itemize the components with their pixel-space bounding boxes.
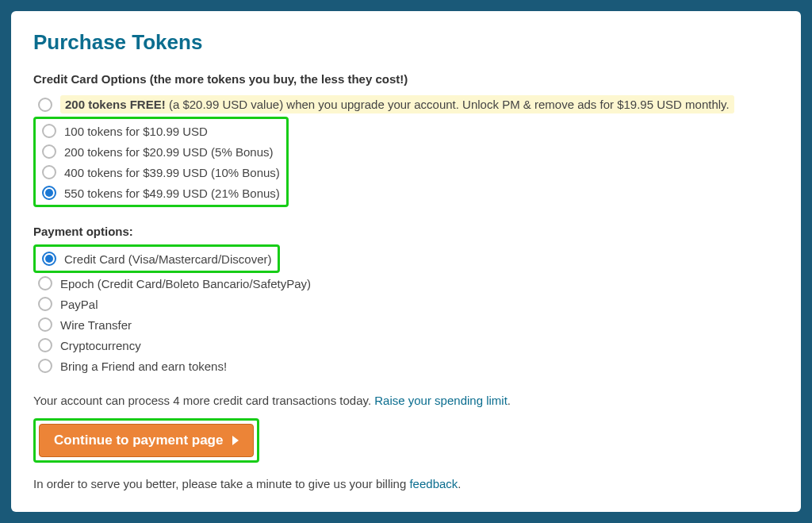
payment-option-label: Bring a Friend and earn tokens! [60,360,227,373]
raise-limit-link[interactable]: Raise your spending limit [374,394,508,407]
page-title: Purchase Tokens [33,30,779,55]
payment-option-creditcard[interactable]: Credit Card (Visa/Mastercard/Discover) [37,248,276,269]
payment-options-group: Credit Card (Visa/Mastercard/Discover) E… [33,244,779,376]
radio-icon[interactable] [38,359,52,373]
token-option-label: 100 tokens for $10.99 USD [64,125,208,138]
continue-button-highlight: Continue to payment page [33,418,259,463]
token-option-550[interactable]: 550 tokens for $49.99 USD (21% Bonus) [37,183,285,203]
token-option-400[interactable]: 400 tokens for $39.99 USD (10% Bonus) [37,162,285,183]
radio-icon[interactable] [38,317,52,332]
token-option-200[interactable]: 200 tokens for $20.99 USD (5% Bonus) [37,141,285,162]
continue-button-label: Continue to payment page [54,433,223,448]
token-option-free-label: 200 tokens FREE! (a $20.99 USD value) wh… [60,95,734,113]
radio-icon[interactable] [38,276,52,290]
payment-option-highlight: Credit Card (Visa/Mastercard/Discover) [33,244,280,273]
payment-option-epoch[interactable]: Epoch (Credit Card/Boleto Bancario/Safet… [33,273,779,294]
feedback-text: In order to serve you better, please tak… [33,477,779,490]
payment-option-crypto[interactable]: Cryptocurrency [33,335,779,356]
radio-icon[interactable] [42,144,56,159]
radio-icon[interactable] [42,165,56,179]
radio-icon[interactable] [42,186,56,200]
purchase-tokens-card: Purchase Tokens Credit Card Options (the… [11,11,801,512]
payment-option-wire[interactable]: Wire Transfer [33,314,779,335]
token-option-label: 550 tokens for $49.99 USD (21% Bonus) [64,187,280,200]
payment-option-label: Credit Card (Visa/Mastercard/Discover) [64,252,271,266]
payment-option-label: PayPal [60,298,98,311]
token-option-100[interactable]: 100 tokens for $10.99 USD [37,121,285,141]
feedback-link[interactable]: feedback [409,477,458,490]
radio-icon[interactable] [38,98,52,112]
radio-icon[interactable] [42,252,56,266]
token-options-highlight: 100 tokens for $10.99 USD 200 tokens for… [33,117,289,207]
credit-card-options-heading: Credit Card Options (the more tokens you… [33,72,779,86]
token-option-free[interactable]: 200 tokens FREE! (a $20.99 USD value) wh… [33,92,779,117]
payment-option-label: Wire Transfer [60,318,132,332]
token-option-label: 200 tokens for $20.99 USD (5% Bonus) [64,145,273,159]
token-options-group: 200 tokens FREE! (a $20.99 USD value) wh… [33,92,779,207]
radio-icon[interactable] [38,297,52,311]
payment-option-label: Epoch (Credit Card/Boleto Bancario/Safet… [60,277,311,290]
token-option-label: 400 tokens for $39.99 USD (10% Bonus) [64,166,280,179]
transaction-limit-text: Your account can process 4 more credit c… [33,394,779,407]
continue-button[interactable]: Continue to payment page [39,424,254,457]
payment-option-friend[interactable]: Bring a Friend and earn tokens! [33,356,779,376]
chevron-right-icon [232,436,239,445]
radio-icon[interactable] [42,124,56,138]
radio-icon[interactable] [38,338,52,352]
payment-options-heading: Payment options: [33,225,779,238]
payment-option-paypal[interactable]: PayPal [33,294,779,314]
payment-option-label: Cryptocurrency [60,339,141,352]
